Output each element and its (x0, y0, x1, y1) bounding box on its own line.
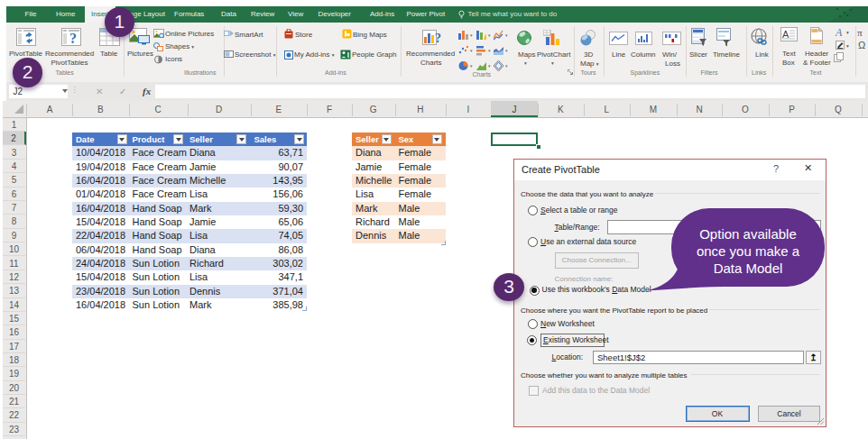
svg-text:A: A (782, 29, 790, 40)
svg-text:?: ? (435, 32, 441, 45)
svg-text:?: ? (69, 31, 77, 46)
